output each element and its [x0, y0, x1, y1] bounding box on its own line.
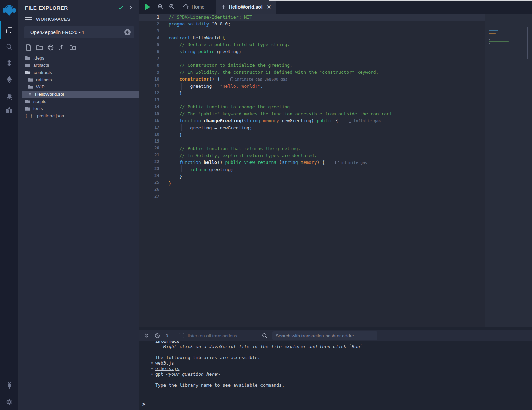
line-number: 22 [139, 158, 159, 165]
terminal-line: The following libraries are accessible: [155, 355, 532, 360]
code-line: // Public function that returns the gree… [169, 145, 485, 152]
remix-logo-icon[interactable] [1, 2, 17, 18]
line-number: 3 [139, 28, 159, 34]
tree-item--prettierrc-json[interactable]: { }.prettierrc.json [19, 112, 139, 119]
tab-label: HelloWorld.sol [229, 4, 263, 10]
line-number: 26 [139, 186, 159, 193]
line-number: 24 [139, 172, 159, 179]
zoom-in-button[interactable] [169, 4, 175, 11]
files-icon [5, 26, 13, 34]
code-line [169, 28, 485, 34]
workspace-ok-check-icon [118, 4, 124, 11]
tree-item-contracts[interactable]: contracts [19, 69, 139, 76]
rail-item-plugin-manager[interactable] [0, 377, 19, 394]
terminal-line: ethers.js [155, 366, 532, 371]
folder-icon [25, 106, 30, 111]
close-tab-icon[interactable]: ✕ [267, 3, 272, 11]
terminal-line: - Right click on a JavaScript file in th… [155, 344, 532, 349]
chevron-right-icon[interactable] [129, 5, 133, 10]
github-icon[interactable] [47, 44, 54, 51]
new-folder-icon[interactable] [36, 44, 43, 51]
tree-item-artifacts[interactable]: artifacts [19, 62, 139, 69]
clear-console-icon[interactable] [155, 333, 160, 338]
rail-item-solidity-compiler[interactable] [0, 55, 19, 71]
upload-folder-icon[interactable] [69, 44, 76, 51]
terminal-output[interactable]: interface - Right click on a JavaScript … [139, 341, 532, 393]
rail-item-search[interactable] [0, 39, 19, 55]
rail-item-file-explorer[interactable] [0, 22, 19, 39]
tree-item-label: artifacts [36, 77, 52, 82]
line-number: 25 [139, 179, 159, 186]
code-editor[interactable]: 1234567891011121314151617181920212223242… [139, 14, 532, 327]
line-number: 2 [139, 21, 159, 28]
hamburger-menu-icon[interactable] [25, 17, 32, 22]
new-file-icon[interactable] [25, 44, 32, 51]
terminal-search-icon [262, 333, 268, 339]
code-line [169, 187, 485, 194]
editor-tabbar: Home HelloWorld.sol ✕ [139, 0, 532, 14]
tree-item-scripts[interactable]: scripts [19, 98, 139, 105]
listen-all-transactions-checkbox[interactable] [179, 333, 184, 338]
zoom-out-button[interactable] [158, 4, 163, 11]
line-number: 10 [139, 76, 159, 83]
library-link[interactable]: ethers.js [155, 366, 179, 371]
tree-item-tests[interactable]: tests [19, 105, 139, 112]
upload-file-icon[interactable] [58, 44, 65, 51]
workspace-select[interactable]: OpenZeppelin ERC20 - 1 [24, 26, 134, 38]
line-number: 9 [139, 69, 159, 76]
tree-item-artifacts[interactable]: artifacts [19, 76, 139, 83]
line-number: 1 [139, 14, 159, 21]
terminal-prompt[interactable]: > [142, 401, 145, 407]
tree-item--deps[interactable]: .deps [19, 54, 139, 62]
minimap[interactable] [489, 27, 527, 46]
line-number: 18 [139, 131, 159, 138]
folder-icon [28, 77, 33, 82]
code-line: } [169, 173, 485, 180]
folder-icon [28, 85, 33, 89]
rail-item-settings[interactable] [0, 394, 19, 410]
tab-home[interactable]: Home [178, 0, 209, 14]
file-tree: .depsartifactscontractsartifactsWIPHello… [19, 54, 139, 119]
solidity-icon [221, 4, 226, 10]
code-line: return greeting; [169, 166, 485, 173]
gas-estimate-ghost: infinite gas [335, 160, 367, 165]
plug-icon [5, 381, 13, 390]
terminal-line: web3.js [155, 360, 532, 366]
gas-pump-icon [349, 119, 351, 123]
line-number-gutter: 1234567891011121314151617181920212223242… [139, 14, 159, 200]
terminal-panel: 0 listen on all transactions interface -… [139, 327, 532, 410]
code-line: string public greeting; [169, 48, 485, 55]
code-line: pragma solidity ^0.8.0; [169, 21, 485, 28]
rail-item-debugger[interactable] [0, 88, 19, 104]
expand-terminal-icon[interactable] [144, 333, 149, 338]
transaction-search-input[interactable] [272, 331, 377, 340]
tree-item-wip[interactable]: WIP [19, 83, 139, 91]
rail-item-deploy-run[interactable] [0, 71, 19, 88]
code-line: // Declare a public field of type string… [169, 41, 485, 48]
tree-item-helloworld-sol[interactable]: HelloWorld.sol [22, 91, 139, 98]
code-line: // The "public" keyword makes the functi… [169, 111, 485, 117]
code-content[interactable]: // SPDX-License-Identifier: MITpragma so… [169, 14, 485, 201]
tree-item-label: .deps [33, 55, 44, 61]
code-line: // SPDX-License-Identifier: MIT [169, 14, 485, 21]
workspace-select-toggle-icon[interactable] [124, 29, 131, 35]
line-number: 14 [139, 103, 159, 110]
line-number: 8 [139, 62, 159, 69]
run-script-button[interactable] [144, 3, 151, 12]
line-number: 13 [139, 96, 159, 103]
tabbar-scroll-strip[interactable] [269, 0, 532, 1]
code-line: // Constructor to initialize the greetin… [169, 62, 485, 69]
tree-item-label: contracts [34, 70, 52, 75]
editor-scrollbar[interactable] [527, 27, 528, 59]
code-line: constructor() {infinite gas 368600 gas [169, 76, 485, 83]
solidity-icon [5, 59, 13, 67]
gas-pump-icon [335, 161, 338, 164]
solidity-icon [28, 92, 32, 97]
code-line [169, 138, 485, 145]
terminal-header: 0 listen on all transactions [139, 330, 532, 341]
tree-item-label: artifacts [33, 63, 49, 68]
line-number: 12 [139, 90, 159, 96]
tab-helloworld-sol[interactable]: HelloWorld.sol ✕ [216, 0, 276, 14]
rail-item-learneth[interactable] [0, 102, 19, 119]
library-link[interactable]: web3.js [155, 360, 174, 366]
